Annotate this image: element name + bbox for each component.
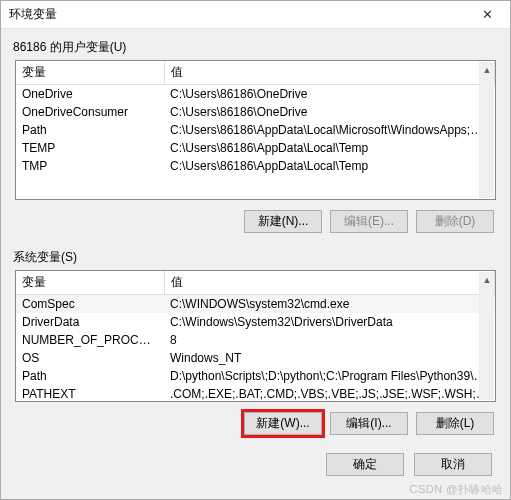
- user-vars-buttons: 新建(N)... 编辑(E)... 删除(D): [1, 200, 510, 239]
- system-vars-table[interactable]: 变量 值 ComSpecC:\WINDOWS\system32\cmd.exe …: [15, 270, 496, 402]
- system-vars-buttons: 新建(W)... 编辑(I)... 删除(L): [1, 402, 510, 441]
- scroll-up-icon[interactable]: ▲: [480, 272, 494, 287]
- col-name[interactable]: 变量: [16, 61, 164, 85]
- user-vars-table[interactable]: 变量 值 OneDriveC:\Users\86186\OneDrive One…: [15, 60, 496, 200]
- table-row[interactable]: ComSpecC:\WINDOWS\system32\cmd.exe: [16, 295, 495, 314]
- system-new-button[interactable]: 新建(W)...: [244, 412, 322, 435]
- system-delete-button[interactable]: 删除(L): [416, 412, 494, 435]
- table-row[interactable]: OneDriveC:\Users\86186\OneDrive: [16, 85, 495, 104]
- titlebar: 环境变量 ✕: [1, 1, 510, 29]
- dialog-buttons: 确定 取消: [1, 441, 510, 488]
- table-row[interactable]: OneDriveConsumerC:\Users\86186\OneDrive: [16, 103, 495, 121]
- watermark: CSDN @扑哧哈哈: [410, 482, 504, 497]
- table-row[interactable]: OSWindows_NT: [16, 349, 495, 367]
- table-row[interactable]: DriverDataC:\Windows\System32\Drivers\Dr…: [16, 313, 495, 331]
- scrollbar[interactable]: ▲: [479, 272, 494, 400]
- table-row[interactable]: PATHEXT.COM;.EXE;.BAT;.CMD;.VBS;.VBE;.JS…: [16, 385, 495, 402]
- scrollbar[interactable]: ▲: [479, 62, 494, 198]
- table-row[interactable]: NUMBER_OF_PROCESSORS8: [16, 331, 495, 349]
- table-row[interactable]: TEMPC:\Users\86186\AppData\Local\Temp: [16, 139, 495, 157]
- ok-button[interactable]: 确定: [326, 453, 404, 476]
- system-edit-button[interactable]: 编辑(I)...: [330, 412, 408, 435]
- close-icon[interactable]: ✕: [472, 5, 502, 25]
- table-row[interactable]: PathD:\python\Scripts\;D:\python\;C:\Pro…: [16, 367, 495, 385]
- env-vars-dialog: 环境变量 ✕ 86186 的用户变量(U) 变量 值 OneDriveC:\Us…: [0, 0, 511, 500]
- col-name[interactable]: 变量: [16, 271, 164, 295]
- scroll-up-icon[interactable]: ▲: [480, 62, 494, 77]
- user-delete-button[interactable]: 删除(D): [416, 210, 494, 233]
- user-new-button[interactable]: 新建(N)...: [244, 210, 322, 233]
- table-row[interactable]: PathC:\Users\86186\AppData\Local\Microso…: [16, 121, 495, 139]
- dialog-title: 环境变量: [9, 6, 57, 23]
- system-vars-label: 系统变量(S): [1, 239, 510, 270]
- col-value[interactable]: 值: [164, 271, 495, 295]
- user-edit-button[interactable]: 编辑(E)...: [330, 210, 408, 233]
- cancel-button[interactable]: 取消: [414, 453, 492, 476]
- table-row[interactable]: TMPC:\Users\86186\AppData\Local\Temp: [16, 157, 495, 175]
- user-vars-label: 86186 的用户变量(U): [1, 29, 510, 60]
- col-value[interactable]: 值: [164, 61, 495, 85]
